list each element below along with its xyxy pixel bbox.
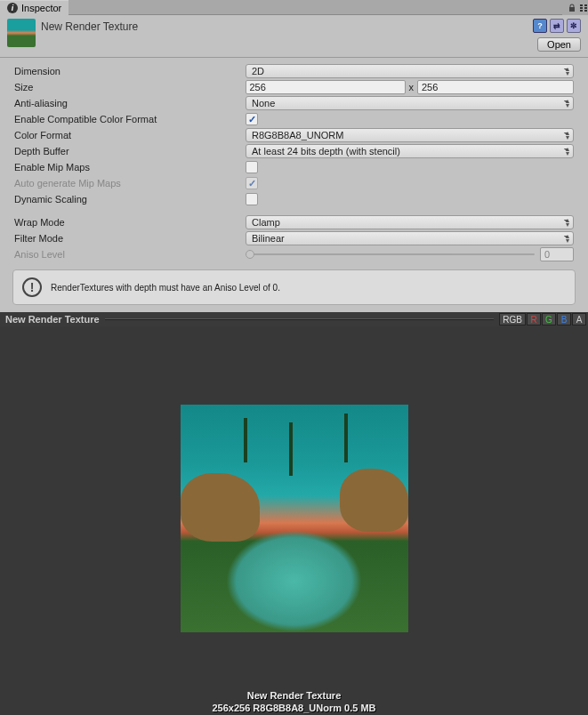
asset-header: New Render Texture ? ⇄ ✼ Open xyxy=(0,15,588,55)
antialiasing-label: Anti-aliasing xyxy=(14,98,246,108)
wrap-mode-label: Wrap Mode xyxy=(14,217,246,228)
lock-icon[interactable] xyxy=(568,4,576,12)
help-icon[interactable]: ? xyxy=(533,19,547,33)
size-height-input[interactable] xyxy=(417,80,574,94)
size-sep: x xyxy=(409,82,415,92)
warning-icon: ! xyxy=(22,277,42,297)
dimension-row: Dimension 2D▴▾ xyxy=(4,63,584,79)
color-format-row: Color Format R8G8B8A8_UNORM▴▾ xyxy=(4,127,584,143)
channel-buttons: RGB R G B A xyxy=(499,313,586,325)
divider xyxy=(0,57,588,58)
preview-footer-info: 256x256 R8G8B8A8_UNorm 0.5 MB xyxy=(0,702,588,714)
color-format-label: Color Format xyxy=(14,130,246,141)
tab-controls xyxy=(562,0,588,15)
preview-header: New Render Texture RGB R G B A xyxy=(0,312,588,326)
filter-mode-row: Filter Mode Bilinear▴▾ xyxy=(4,230,584,246)
aniso-value xyxy=(540,247,574,261)
channel-g-button[interactable]: G xyxy=(542,313,556,325)
channel-r-button[interactable]: R xyxy=(527,313,541,325)
enable-mip-label: Enable Mip Maps xyxy=(14,162,246,173)
dynamic-scaling-label: Dynamic Scaling xyxy=(14,194,246,205)
channel-b-button[interactable]: B xyxy=(557,313,571,325)
auto-gen-mip-row: Auto generate Mip Maps xyxy=(4,175,584,191)
enable-mip-row: Enable Mip Maps xyxy=(4,159,584,175)
color-format-dropdown[interactable]: R8G8B8A8_UNORM▴▾ xyxy=(246,128,574,142)
tab-spacer xyxy=(68,0,562,15)
enable-compat-checkbox[interactable] xyxy=(246,113,258,125)
depth-buffer-label: Depth Buffer xyxy=(14,146,246,157)
inspector-tab[interactable]: i Inspector xyxy=(0,0,68,15)
depth-buffer-row: Depth Buffer At least 24 bits depth (wit… xyxy=(4,143,584,159)
auto-gen-mip-label: Auto generate Mip Maps xyxy=(14,178,246,189)
preset-icon[interactable]: ⇄ xyxy=(550,19,564,33)
properties-panel: Dimension 2D▴▾ Size x Anti-aliasing None… xyxy=(0,63,588,262)
settings-icon[interactable]: ✼ xyxy=(567,19,581,33)
size-label: Size xyxy=(14,82,246,92)
info-text: RenderTextures with depth must have an A… xyxy=(51,283,280,293)
aniso-label: Aniso Level xyxy=(14,249,246,260)
aniso-row: Aniso Level xyxy=(4,246,584,262)
panel-menu-icon[interactable] xyxy=(580,4,583,12)
wrap-mode-dropdown[interactable]: Clamp▴▾ xyxy=(246,215,574,229)
size-width-input[interactable] xyxy=(246,80,406,94)
open-button[interactable]: Open xyxy=(537,37,581,52)
filter-mode-dropdown[interactable]: Bilinear▴▾ xyxy=(246,231,574,245)
info-box: ! RenderTextures with depth must have an… xyxy=(12,269,576,305)
aniso-slider xyxy=(246,248,535,261)
channel-a-button[interactable]: A xyxy=(572,313,586,325)
preview-area: New Render Texture 256x256 R8G8B8A8_UNor… xyxy=(0,326,588,715)
enable-compat-row: Enable Compatible Color Format xyxy=(4,111,584,127)
info-icon: i xyxy=(7,3,18,13)
dynamic-scaling-row: Dynamic Scaling xyxy=(4,191,584,207)
channel-rgb-button[interactable]: RGB xyxy=(499,313,526,325)
antialiasing-dropdown[interactable]: None▴▾ xyxy=(246,96,574,110)
tab-title: Inspector xyxy=(21,3,61,13)
preview-drag-line[interactable] xyxy=(105,318,494,320)
asset-name[interactable]: New Render Texture xyxy=(41,19,528,33)
dimension-dropdown[interactable]: 2D▴▾ xyxy=(246,64,574,78)
texture-preview-icon xyxy=(181,405,408,632)
antialiasing-row: Anti-aliasing None▴▾ xyxy=(4,95,584,111)
dimension-label: Dimension xyxy=(14,66,246,76)
size-row: Size x xyxy=(4,79,584,95)
depth-buffer-dropdown[interactable]: At least 24 bits depth (with stencil)▴▾ xyxy=(246,144,574,158)
asset-thumbnail-icon xyxy=(7,19,36,47)
auto-gen-mip-checkbox xyxy=(246,177,258,189)
preview-title: New Render Texture xyxy=(2,314,100,325)
dynamic-scaling-checkbox[interactable] xyxy=(246,193,258,205)
header-icons: ? ⇄ ✼ xyxy=(533,19,581,33)
filter-mode-label: Filter Mode xyxy=(14,233,246,244)
preview-footer: New Render Texture 256x256 R8G8B8A8_UNor… xyxy=(0,689,588,714)
wrap-mode-row: Wrap Mode Clamp▴▾ xyxy=(4,214,584,230)
enable-mip-checkbox[interactable] xyxy=(246,161,258,173)
tab-bar: i Inspector xyxy=(0,0,588,15)
preview-footer-name: New Render Texture xyxy=(0,689,588,702)
enable-compat-label: Enable Compatible Color Format xyxy=(14,114,246,125)
